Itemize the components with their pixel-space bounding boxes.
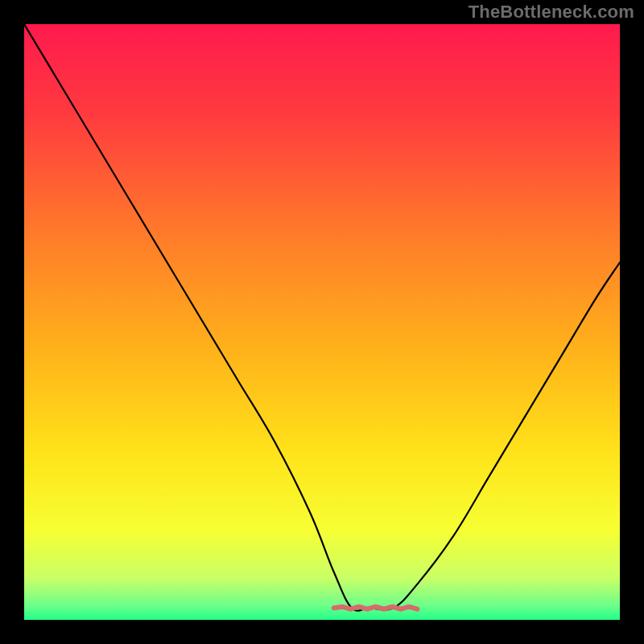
svg-rect-0 [24,24,620,620]
chart-background-gradient [24,24,620,620]
chart-plot-area [24,24,620,620]
chart-frame: TheBottleneck.com [0,0,644,644]
watermark-text: TheBottleneck.com [469,2,634,23]
